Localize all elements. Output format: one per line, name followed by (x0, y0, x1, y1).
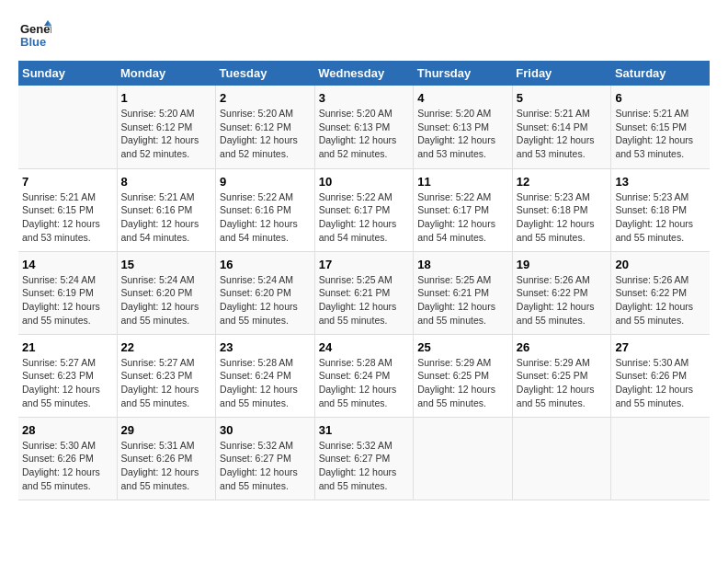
day-number: 10 (319, 175, 410, 189)
calendar-cell: 22Sunrise: 5:27 AMSunset: 6:23 PMDayligh… (117, 334, 216, 417)
calendar-cell (18, 86, 117, 168)
day-info: Sunrise: 5:25 AMSunset: 6:21 PMDaylight:… (417, 273, 508, 327)
calendar-cell: 6Sunrise: 5:21 AMSunset: 6:15 PMDaylight… (611, 86, 710, 168)
day-number: 23 (220, 340, 311, 354)
day-info: Sunrise: 5:21 AMSunset: 6:16 PMDaylight:… (121, 190, 212, 245)
calendar-cell: 28Sunrise: 5:30 AMSunset: 6:26 PMDayligh… (18, 417, 117, 500)
week-row-3: 21Sunrise: 5:27 AMSunset: 6:23 PMDayligh… (18, 334, 710, 417)
day-info: Sunrise: 5:22 AMSunset: 6:17 PMDaylight:… (417, 190, 508, 245)
calendar-cell: 20Sunrise: 5:26 AMSunset: 6:22 PMDayligh… (611, 251, 710, 334)
calendar-cell (414, 417, 513, 500)
day-info: Sunrise: 5:28 AMSunset: 6:24 PMDaylight:… (220, 356, 311, 410)
day-number: 28 (22, 423, 113, 437)
day-info: Sunrise: 5:27 AMSunset: 6:23 PMDaylight:… (22, 356, 113, 410)
calendar-cell: 26Sunrise: 5:29 AMSunset: 6:25 PMDayligh… (512, 334, 611, 417)
day-number: 4 (417, 91, 508, 105)
day-number: 1 (121, 91, 212, 105)
day-info: Sunrise: 5:31 AMSunset: 6:26 PMDaylight:… (121, 439, 212, 493)
day-number: 19 (517, 258, 608, 271)
day-info: Sunrise: 5:23 AMSunset: 6:18 PMDaylight:… (615, 190, 706, 245)
day-number: 18 (417, 258, 508, 271)
calendar-cell: 4Sunrise: 5:20 AMSunset: 6:13 PMDaylight… (414, 86, 513, 168)
day-info: Sunrise: 5:20 AMSunset: 6:13 PMDaylight:… (417, 107, 508, 161)
calendar-cell: 2Sunrise: 5:20 AMSunset: 6:12 PMDaylight… (216, 86, 315, 168)
day-info: Sunrise: 5:28 AMSunset: 6:24 PMDaylight:… (319, 356, 410, 410)
week-row-0: 1Sunrise: 5:20 AMSunset: 6:12 PMDaylight… (18, 86, 710, 168)
calendar-cell: 1Sunrise: 5:20 AMSunset: 6:12 PMDaylight… (117, 86, 216, 168)
header-sunday: Sunday (18, 61, 117, 86)
header-wednesday: Wednesday (314, 61, 414, 86)
calendar-cell: 30Sunrise: 5:32 AMSunset: 6:27 PMDayligh… (216, 417, 315, 500)
calendar-cell: 17Sunrise: 5:25 AMSunset: 6:21 PMDayligh… (314, 251, 414, 334)
calendar-cell: 15Sunrise: 5:24 AMSunset: 6:20 PMDayligh… (117, 251, 216, 334)
day-number: 24 (319, 340, 410, 354)
day-number: 20 (615, 258, 706, 271)
calendar-cell: 23Sunrise: 5:28 AMSunset: 6:24 PMDayligh… (216, 334, 315, 417)
day-info: Sunrise: 5:30 AMSunset: 6:26 PMDaylight:… (615, 356, 706, 410)
calendar-cell: 11Sunrise: 5:22 AMSunset: 6:17 PMDayligh… (414, 168, 513, 251)
calendar-cell (611, 417, 710, 500)
day-info: Sunrise: 5:21 AMSunset: 6:15 PMDaylight:… (615, 107, 706, 161)
day-info: Sunrise: 5:23 AMSunset: 6:18 PMDaylight:… (517, 190, 608, 245)
calendar-cell: 13Sunrise: 5:23 AMSunset: 6:18 PMDayligh… (611, 168, 710, 251)
day-info: Sunrise: 5:29 AMSunset: 6:25 PMDaylight:… (417, 356, 508, 410)
day-number: 27 (615, 340, 706, 354)
day-number: 30 (220, 423, 311, 437)
week-row-2: 14Sunrise: 5:24 AMSunset: 6:19 PMDayligh… (18, 251, 710, 334)
day-number: 9 (220, 175, 311, 189)
calendar-header-row: SundayMondayTuesdayWednesdayThursdayFrid… (18, 61, 710, 86)
day-info: Sunrise: 5:24 AMSunset: 6:19 PMDaylight:… (22, 273, 113, 327)
calendar-table: SundayMondayTuesdayWednesdayThursdayFrid… (18, 61, 710, 500)
day-info: Sunrise: 5:26 AMSunset: 6:22 PMDaylight:… (517, 273, 608, 327)
day-number: 12 (517, 175, 608, 189)
day-info: Sunrise: 5:22 AMSunset: 6:17 PMDaylight:… (319, 190, 410, 245)
day-info: Sunrise: 5:26 AMSunset: 6:22 PMDaylight:… (615, 273, 706, 327)
page-header: General Blue (18, 18, 710, 52)
header-friday: Friday (512, 61, 611, 86)
day-number: 29 (121, 423, 212, 437)
calendar-cell: 31Sunrise: 5:32 AMSunset: 6:27 PMDayligh… (314, 417, 414, 500)
day-info: Sunrise: 5:21 AMSunset: 6:15 PMDaylight:… (22, 190, 113, 245)
calendar-cell: 29Sunrise: 5:31 AMSunset: 6:26 PMDayligh… (117, 417, 216, 500)
week-row-1: 7Sunrise: 5:21 AMSunset: 6:15 PMDaylight… (18, 168, 710, 251)
calendar-cell: 3Sunrise: 5:20 AMSunset: 6:13 PMDaylight… (314, 86, 414, 168)
calendar-cell (512, 417, 611, 500)
day-info: Sunrise: 5:32 AMSunset: 6:27 PMDaylight:… (220, 439, 311, 493)
header-monday: Monday (117, 61, 216, 86)
day-number: 6 (615, 91, 706, 105)
calendar-cell: 5Sunrise: 5:21 AMSunset: 6:14 PMDaylight… (512, 86, 611, 168)
day-number: 3 (319, 91, 410, 105)
calendar-cell: 25Sunrise: 5:29 AMSunset: 6:25 PMDayligh… (414, 334, 513, 417)
day-number: 2 (220, 91, 311, 105)
header-tuesday: Tuesday (216, 61, 315, 86)
day-number: 14 (22, 258, 113, 271)
calendar-cell: 27Sunrise: 5:30 AMSunset: 6:26 PMDayligh… (611, 334, 710, 417)
day-number: 31 (319, 423, 410, 437)
day-number: 16 (220, 258, 311, 271)
day-info: Sunrise: 5:20 AMSunset: 6:12 PMDaylight:… (220, 107, 311, 161)
calendar-cell: 16Sunrise: 5:24 AMSunset: 6:20 PMDayligh… (216, 251, 315, 334)
day-number: 7 (22, 175, 113, 189)
calendar-cell: 10Sunrise: 5:22 AMSunset: 6:17 PMDayligh… (314, 168, 414, 251)
day-number: 17 (319, 258, 410, 271)
day-number: 11 (417, 175, 508, 189)
day-info: Sunrise: 5:20 AMSunset: 6:13 PMDaylight:… (319, 107, 410, 161)
day-info: Sunrise: 5:22 AMSunset: 6:16 PMDaylight:… (220, 190, 311, 245)
logo: General Blue (18, 18, 51, 52)
svg-text:Blue: Blue (20, 35, 46, 49)
day-info: Sunrise: 5:29 AMSunset: 6:25 PMDaylight:… (517, 356, 608, 410)
day-number: 21 (22, 340, 113, 354)
day-number: 13 (615, 175, 706, 189)
week-row-4: 28Sunrise: 5:30 AMSunset: 6:26 PMDayligh… (18, 417, 710, 500)
calendar-cell: 7Sunrise: 5:21 AMSunset: 6:15 PMDaylight… (18, 168, 117, 251)
day-info: Sunrise: 5:24 AMSunset: 6:20 PMDaylight:… (121, 273, 212, 327)
calendar-cell: 14Sunrise: 5:24 AMSunset: 6:19 PMDayligh… (18, 251, 117, 334)
calendar-cell: 12Sunrise: 5:23 AMSunset: 6:18 PMDayligh… (512, 168, 611, 251)
header-thursday: Thursday (414, 61, 513, 86)
day-number: 26 (517, 340, 608, 354)
day-number: 22 (121, 340, 212, 354)
day-info: Sunrise: 5:20 AMSunset: 6:12 PMDaylight:… (121, 107, 212, 161)
header-saturday: Saturday (611, 61, 710, 86)
calendar-cell: 18Sunrise: 5:25 AMSunset: 6:21 PMDayligh… (414, 251, 513, 334)
calendar-cell: 24Sunrise: 5:28 AMSunset: 6:24 PMDayligh… (314, 334, 414, 417)
